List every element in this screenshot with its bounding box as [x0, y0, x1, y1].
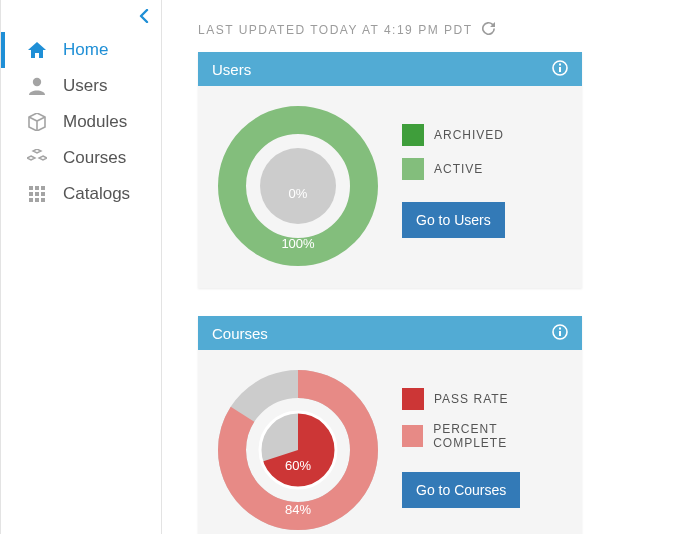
- sidebar-collapse-button[interactable]: [1, 0, 161, 32]
- swatch-active: [402, 158, 424, 180]
- svg-rect-1: [29, 186, 33, 190]
- grid-icon: [27, 186, 47, 202]
- info-icon[interactable]: [552, 324, 568, 343]
- users-outer-pct: 100%: [278, 236, 318, 251]
- last-updated-text: LAST UPDATED TODAY AT 4:19 PM PDT: [198, 23, 472, 37]
- legend-percent-complete: PERCENT COMPLETE: [402, 422, 570, 450]
- sidebar-item-label: Home: [63, 40, 108, 60]
- main-content: LAST UPDATED TODAY AT 4:19 PM PDT Users …: [162, 0, 700, 534]
- user-icon: [27, 77, 47, 95]
- svg-rect-8: [35, 198, 39, 202]
- courses-card: Courses 60% 84%: [198, 316, 582, 534]
- chevron-left-icon: [139, 9, 149, 23]
- home-icon: [27, 42, 47, 58]
- sidebar-item-home[interactable]: Home: [1, 32, 161, 68]
- svg-rect-7: [29, 198, 33, 202]
- users-card-title: Users: [212, 61, 251, 78]
- svg-rect-16: [559, 331, 561, 336]
- box-icon: [27, 113, 47, 131]
- courses-donut-chart: 60% 84%: [218, 370, 378, 530]
- refresh-icon[interactable]: [482, 22, 495, 38]
- legend-complete-label: PERCENT COMPLETE: [433, 422, 570, 450]
- courses-card-header: Courses: [198, 316, 582, 350]
- svg-rect-2: [35, 186, 39, 190]
- sidebar-item-label: Modules: [63, 112, 127, 132]
- legend-archived: ARCHIVED: [402, 124, 505, 146]
- sidebar: Home Users Modules Courses Catalogs: [0, 0, 162, 534]
- legend-active-label: ACTIVE: [434, 162, 483, 176]
- svg-rect-11: [559, 67, 561, 72]
- swatch-complete: [402, 425, 423, 447]
- sidebar-item-catalogs[interactable]: Catalogs: [1, 176, 161, 212]
- courses-inner-pct: 60%: [278, 458, 318, 473]
- courses-legend: PASS RATE PERCENT COMPLETE Go to Courses: [402, 370, 570, 530]
- users-card-header: Users: [198, 52, 582, 86]
- legend-pass-rate: PASS RATE: [402, 388, 570, 410]
- sidebar-item-courses[interactable]: Courses: [1, 140, 161, 176]
- swatch-pass: [402, 388, 424, 410]
- users-legend: ARCHIVED ACTIVE Go to Users: [402, 106, 505, 266]
- boxes-icon: [27, 149, 47, 167]
- users-card: Users 0% 100% ARCHIVED: [198, 52, 582, 288]
- sidebar-item-label: Courses: [63, 148, 126, 168]
- svg-rect-5: [35, 192, 39, 196]
- go-to-users-button[interactable]: Go to Users: [402, 202, 505, 238]
- sidebar-item-modules[interactable]: Modules: [1, 104, 161, 140]
- svg-rect-3: [41, 186, 45, 190]
- svg-point-0: [33, 78, 41, 86]
- sidebar-item-label: Users: [63, 76, 107, 96]
- svg-rect-12: [559, 63, 561, 65]
- legend-pass-label: PASS RATE: [434, 392, 509, 406]
- last-updated: LAST UPDATED TODAY AT 4:19 PM PDT: [198, 0, 700, 52]
- users-donut-chart: 0% 100%: [218, 106, 378, 266]
- svg-rect-6: [41, 192, 45, 196]
- svg-rect-17: [559, 327, 561, 329]
- svg-rect-4: [29, 192, 33, 196]
- info-icon[interactable]: [552, 60, 568, 79]
- swatch-archived: [402, 124, 424, 146]
- sidebar-item-users[interactable]: Users: [1, 68, 161, 104]
- legend-archived-label: ARCHIVED: [434, 128, 504, 142]
- sidebar-item-label: Catalogs: [63, 184, 130, 204]
- courses-card-title: Courses: [212, 325, 268, 342]
- users-inner-pct: 0%: [278, 186, 318, 201]
- legend-active: ACTIVE: [402, 158, 505, 180]
- go-to-courses-button[interactable]: Go to Courses: [402, 472, 520, 508]
- courses-outer-pct: 84%: [278, 502, 318, 517]
- svg-rect-9: [41, 198, 45, 202]
